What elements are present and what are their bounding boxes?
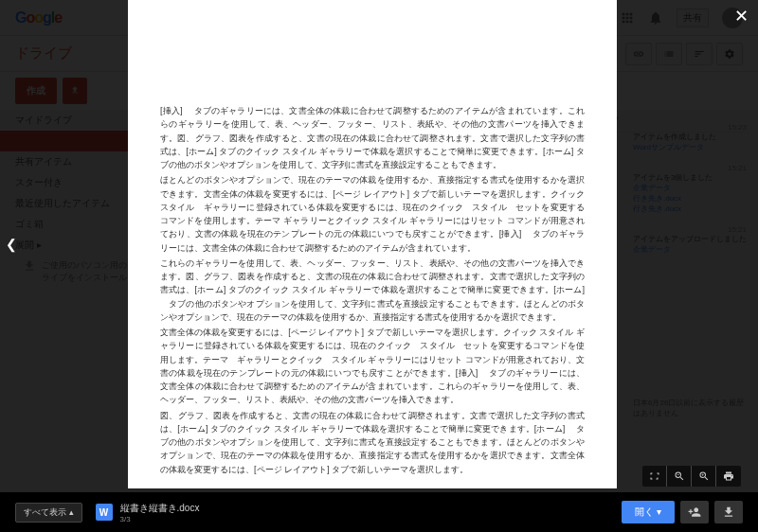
download-button[interactable] bbox=[714, 501, 743, 523]
add-user-icon bbox=[688, 505, 701, 519]
file-info: W 縦書き縦書き.docx 3/3 bbox=[96, 502, 200, 523]
document-page: [挿入] タブのギャラリーには、文書全体の体裁に合わせて調整するためのアイテムが… bbox=[128, 0, 617, 488]
zoom-in-icon bbox=[698, 470, 710, 482]
open-button[interactable]: 開く ▾ bbox=[622, 501, 675, 523]
zoom-out-icon bbox=[674, 470, 685, 482]
zoom-out-button[interactable] bbox=[667, 466, 692, 487]
document-content: [挿入] タブのギャラリーには、文書全体の体裁に合わせて調整するためのアイテムが… bbox=[128, 0, 617, 488]
prev-arrow[interactable]: ❮ bbox=[6, 237, 17, 252]
fit-button[interactable] bbox=[642, 466, 667, 487]
viewer-overlay: ✕ ❮ [挿入] タブのギャラリーには、文書全体の体裁に合わせて調整するためのア… bbox=[0, 0, 758, 532]
document-paragraph: [挿入] タブのギャラリーには、文書全体の体裁に合わせて調整するためのアイテムが… bbox=[160, 104, 585, 171]
print-icon bbox=[723, 470, 734, 482]
zoom-in-button[interactable] bbox=[692, 466, 716, 487]
document-paragraph: ほとんどのボタンやオプションで、現在のテーマの体裁を使用するか、直接指定する書式… bbox=[160, 173, 585, 255]
file-name: 縦書き縦書き.docx bbox=[120, 502, 200, 515]
print-button[interactable] bbox=[716, 466, 741, 487]
show-all-button[interactable]: すべて表示 ▴ bbox=[15, 503, 82, 523]
file-type-badge: W bbox=[96, 504, 113, 521]
viewer-bottom-bar: すべて表示 ▴ W 縦書き縦書き.docx 3/3 開く ▾ bbox=[0, 492, 758, 532]
viewer-controls bbox=[642, 466, 741, 487]
close-button[interactable]: ✕ bbox=[734, 6, 749, 27]
document-paragraph: 図、グラフ、図表を作成すると、文書の現在の体裁に合わせて調整されます。文書で選択… bbox=[160, 409, 585, 476]
document-paragraph: 文書全体の体裁を変更するには、[ページ レイアウト] タブで新しいテーマを選択し… bbox=[160, 326, 585, 407]
add-user-button[interactable] bbox=[680, 501, 709, 523]
page-indicator: 3/3 bbox=[120, 515, 200, 523]
document-paragraph: これらのギャラリーを使用して、表、ヘッダー、フッター、リスト、表紙や、その他の文… bbox=[160, 257, 585, 324]
download-icon bbox=[722, 505, 735, 519]
fit-icon bbox=[649, 470, 660, 482]
